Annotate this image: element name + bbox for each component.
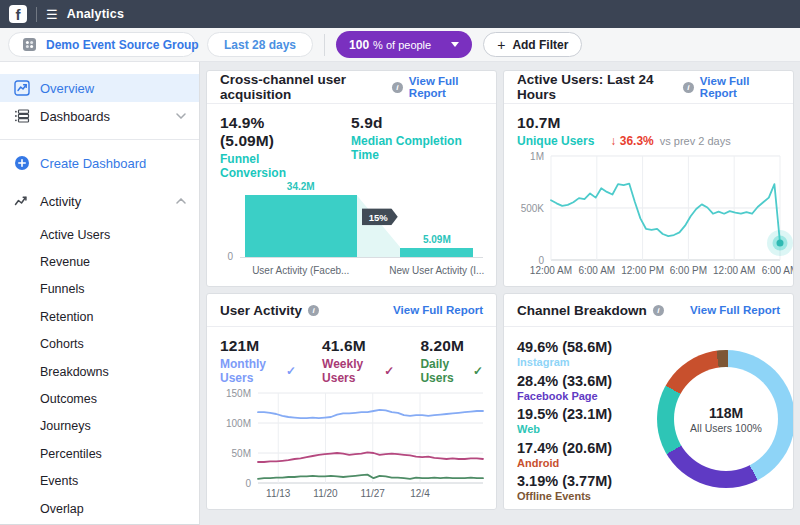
- delta-comparison-label: vs prev 2 days: [660, 135, 731, 147]
- info-icon[interactable]: i: [308, 305, 319, 316]
- divider: [324, 34, 325, 56]
- event-source-group-icon: [21, 36, 38, 53]
- facebook-logo-icon[interactable]: f: [9, 5, 27, 23]
- top-navigation-bar: f ☰ Analytics: [0, 0, 800, 28]
- info-icon[interactable]: i: [653, 305, 664, 316]
- funnel-chart[interactable]: 0 34.2M 5.09M 15% User Activity (Faceb..…: [220, 194, 483, 278]
- x-tick-label: 6:00 AM: [578, 265, 615, 276]
- sidebar-item-events[interactable]: Events: [0, 468, 199, 495]
- donut-center: 118M All Users 100%: [674, 367, 778, 471]
- y-tick-label: 0: [538, 255, 544, 266]
- funnel-plot[interactable]: 34.2M 5.09M 15%: [240, 194, 483, 258]
- median-completion-label: Median Completion Time: [351, 134, 483, 162]
- hamburger-menu-icon[interactable]: ☰: [46, 8, 58, 21]
- sidebar-item-overlap[interactable]: Overlap: [0, 495, 199, 522]
- card-active-users-24h: Active Users: Last 24 Hours i View Full …: [503, 70, 794, 287]
- x-tick-label: 11/13: [266, 488, 290, 499]
- info-icon[interactable]: i: [683, 82, 694, 93]
- channel-stat-facebook-page: 28.4% (33.6M)Facebook Page: [517, 373, 649, 402]
- divider: [0, 139, 199, 140]
- user-activity-stats: 121M Monthly Users✓ 41.6M Weekly Users✓ …: [220, 337, 483, 385]
- active-users-chart: 1M500K0: [517, 156, 780, 260]
- segment-suffix: % of people: [373, 39, 431, 51]
- daily-users-label[interactable]: Daily Users✓: [420, 357, 483, 385]
- funnel-category-labels: User Activity (Faceb...New User Activity…: [240, 258, 483, 278]
- unique-users-label: Unique Users: [517, 134, 594, 148]
- channel-stat-offline-events: 3.19% (3.77M)Offline Events: [517, 473, 649, 502]
- sidebar: Overview Dashboards Create Dashboard Act…: [0, 62, 200, 525]
- monthly-users-label[interactable]: Monthly Users✓: [220, 357, 296, 385]
- conversion-rate-tag: 15%: [362, 208, 398, 225]
- line-plot[interactable]: [258, 393, 483, 483]
- card-user-activity: User Activity i View Full Report 121M Mo…: [206, 293, 497, 510]
- y-axis-zero-label: 0: [220, 251, 240, 262]
- sidebar-item-funnels[interactable]: Funnels: [0, 276, 199, 303]
- event-source-group-selector[interactable]: Demo Event Source Group: [8, 32, 196, 57]
- sidebar-item-active-users[interactable]: Active Users: [0, 221, 199, 248]
- sidebar-item-cohorts[interactable]: Cohorts: [0, 331, 199, 358]
- channel-stats-list: 49.6% (58.6M)Instagram28.4% (33.6M)Faceb…: [517, 337, 649, 501]
- sidebar-item-breakdowns[interactable]: Breakdowns: [0, 358, 199, 385]
- view-full-report-link[interactable]: View Full Report: [409, 75, 483, 99]
- sidebar-item-retention[interactable]: Retention: [0, 303, 199, 330]
- channel-label: Offline Events: [517, 490, 649, 502]
- sidebar-item-dashboards[interactable]: Dashboards: [0, 102, 199, 130]
- channel-donut-chart[interactable]: 118M All Users 100%: [657, 350, 794, 488]
- sidebar-item-journeys[interactable]: Journeys: [0, 413, 199, 440]
- bar-value-label: 5.09M: [423, 234, 451, 245]
- channel-label: Instagram: [517, 356, 649, 368]
- channel-value: 49.6% (58.6M): [517, 339, 649, 355]
- create-dashboard-button[interactable]: Create Dashboard: [0, 149, 199, 177]
- sidebar-item-activity[interactable]: Activity: [0, 187, 199, 215]
- card-title: Channel Breakdown: [517, 303, 647, 318]
- view-full-report-link[interactable]: View Full Report: [700, 75, 780, 99]
- line-plot[interactable]: [551, 156, 780, 260]
- daily-users-value: 8.20M: [420, 337, 483, 355]
- channel-label: Web: [517, 423, 649, 435]
- sidebar-item-label: Dashboards: [40, 109, 110, 124]
- sidebar-item-outcomes[interactable]: Outcomes: [0, 385, 199, 412]
- add-filter-button[interactable]: + Add Filter: [483, 32, 582, 57]
- plus-circle-icon: [13, 155, 30, 172]
- sidebar-item-percentiles[interactable]: Percentiles: [0, 440, 199, 467]
- y-tick-label: 50M: [232, 448, 251, 459]
- view-full-report-link[interactable]: View Full Report: [393, 304, 483, 316]
- x-tick-label: 11/20: [313, 488, 337, 499]
- plus-icon: +: [497, 38, 505, 52]
- event-source-group-label: Demo Event Source Group: [46, 38, 199, 52]
- sidebar-item-label: Overview: [40, 81, 94, 96]
- x-axis-labels: 11/1311/2011/2712/4: [258, 483, 483, 501]
- segment-filter-dropdown[interactable]: 100 % of people: [336, 31, 472, 58]
- all-users-label: All Users 100%: [690, 422, 762, 434]
- sidebar-item-label: Activity: [40, 194, 81, 209]
- date-range-selector[interactable]: Last 28 days: [207, 32, 313, 57]
- funnel-bar-1[interactable]: [245, 195, 357, 257]
- funnel-bar-2[interactable]: [400, 248, 473, 257]
- x-tick-label: 12:00 PM: [621, 265, 664, 276]
- sidebar-item-revenue[interactable]: Revenue: [0, 248, 199, 275]
- arrow-down-icon: ↓: [610, 134, 616, 148]
- x-tick-label: 12:00 AM: [530, 265, 572, 276]
- x-tick-label: 6:00 PM: [670, 265, 707, 276]
- view-full-report-link[interactable]: View Full Report: [690, 304, 780, 316]
- sidebar-item-overview[interactable]: Overview: [0, 74, 199, 102]
- channel-value: 19.5% (23.1M): [517, 406, 649, 422]
- channel-value: 17.4% (20.6M): [517, 440, 649, 456]
- user-activity-chart: 150M100M50M0: [220, 393, 483, 483]
- card-title: Cross-channel user acquisition: [220, 72, 386, 102]
- delta-badge: ↓ 36.3%: [610, 134, 653, 148]
- funnel-stats: 14.9% (5.09M) Funnel Conversion 5.9d Med…: [220, 114, 483, 180]
- funnel-conversion-value: 14.9% (5.09M): [220, 114, 321, 150]
- channel-stat-android: 17.4% (20.6M)Android: [517, 440, 649, 469]
- all-users-total: 118M: [709, 405, 743, 421]
- weekly-users-value: 41.6M: [322, 337, 394, 355]
- weekly-users-label[interactable]: Weekly Users✓: [322, 357, 394, 385]
- channel-label: Android: [517, 457, 649, 469]
- info-icon[interactable]: i: [392, 82, 403, 93]
- last-point-dot: [777, 239, 784, 246]
- channel-label: Facebook Page: [517, 390, 649, 402]
- funnel-category-label: New User Activity (I...: [389, 265, 484, 276]
- y-tick-label: 150M: [226, 388, 251, 399]
- y-tick-label: 0: [245, 478, 251, 489]
- y-axis-labels: 150M100M50M0: [220, 393, 258, 483]
